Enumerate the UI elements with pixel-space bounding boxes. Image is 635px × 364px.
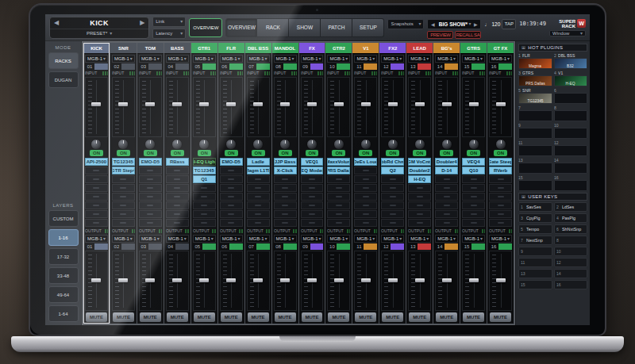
channel-strip-dblbss[interactable]: DBL BSS MGB-1▾ 07 INPUT ON LadleMagm L1T… [245,43,271,324]
plugin-slot[interactable] [139,175,162,183]
plugin-slot[interactable] [139,167,162,174]
tab-setup[interactable]: SETUP [352,18,384,37]
plugin-slot[interactable] [166,210,189,218]
latency-dropdown[interactable]: Latency ▾ [152,29,186,39]
channel-strip-fx2[interactable]: FX2 MGB-1▾ 12 INPUT ON AbbRd ChmbQ2 OUTP… [379,43,406,324]
plugin-slot[interactable]: Doubler4 [435,158,458,166]
prev-snapshot-button[interactable]: ◀ [428,21,437,27]
plugin-slot[interactable] [462,210,485,218]
on-button[interactable]: ON [144,150,157,156]
plugin-slot[interactable] [166,167,189,174]
plugin-slot[interactable] [354,201,377,209]
plugin-slot[interactable] [408,210,431,218]
plugin-slot[interactable]: API-2500 [85,158,108,166]
plugin-slot[interactable] [274,193,297,201]
layer-custom[interactable]: CUSTOM [48,210,79,227]
input-fader[interactable] [247,77,270,137]
input-device-select[interactable]: MGB-1▾ [247,55,270,63]
plugin-slot[interactable] [166,219,189,227]
output-device-select[interactable]: MGB-1▾ [85,235,108,243]
plugin-slot[interactable] [435,210,458,218]
channel-name[interactable]: TOM [137,43,164,54]
input-device-select[interactable]: MGB-1▾ [354,55,377,63]
channel-strip-mandol[interactable]: MANDOL MGB-1▾ 08 INPUT ON JJP BassX-Clic… [272,43,298,324]
gain-knob[interactable] [306,139,318,150]
user-key-14[interactable]: 14 [554,269,588,278]
plugin-slot[interactable] [247,219,270,227]
plugin-slot[interactable] [139,219,162,227]
hot-plugin-slot-13[interactable]: 13 [518,158,552,174]
channel-strip-lead[interactable]: LEAD MGB-1▾ 13 INPUT ON GM VoCntrDoubler… [406,43,433,324]
next-snapshot-button[interactable]: ▶ [471,21,480,27]
gain-knob[interactable] [198,139,210,150]
on-button[interactable]: ON [413,150,426,156]
output-device-select[interactable]: MGB-1▾ [220,235,243,243]
channel-strip-kick[interactable]: KICK MGB-1▾ 01 INPUT ON API-2500 OUTPUT … [83,43,110,324]
mute-button[interactable]: MUTE [436,312,457,322]
plugin-slot[interactable] [354,167,377,174]
plugin-slot[interactable] [220,193,243,201]
channel-name[interactable]: BG's [433,43,460,54]
plugin-slot[interactable] [489,184,512,192]
plugin-slot[interactable] [462,175,485,183]
hot-plugin-slot-7[interactable]: 7 [518,105,552,121]
on-button[interactable]: ON [386,150,399,156]
snapshots-dropdown[interactable]: Snapshots ▾ [387,19,424,29]
plugin-slot[interactable] [435,193,458,201]
hot-plugin-slot-3[interactable]: 3 GTRS PRS Dallas [518,71,552,86]
plugin-slot[interactable]: VEQ1 [301,158,324,166]
window-dropdown[interactable]: Window ▾ [549,30,586,36]
input-device-select[interactable]: MGB-1▾ [139,55,162,63]
output-fader[interactable] [435,251,458,311]
output-fader[interactable] [301,251,324,311]
output-fader[interactable] [193,251,216,311]
plugin-slot[interactable] [193,219,216,227]
input-device-select[interactable]: MGB-1▾ [327,55,350,63]
plugin-slot[interactable] [301,210,324,218]
plugin-slot[interactable] [139,210,162,218]
input-fader[interactable] [327,77,350,137]
input-fader[interactable] [85,77,108,137]
input-fader[interactable] [301,77,324,137]
channel-name[interactable]: GTR1 [191,43,217,54]
plugin-slot[interactable] [408,219,431,227]
plugin-slot[interactable] [327,219,350,227]
layer-49-64[interactable]: 49-64 [48,286,79,303]
hot-plugin-slot-4[interactable]: 4 V1 H-EQ [554,71,588,86]
channel-strip-gtrs[interactable]: GTRS MGB-1▾ 15 INPUT ON VEQ4Q10 OUTPUT M… [460,43,487,324]
hot-plugin-slot-6[interactable]: 6 [554,88,588,104]
tab-patch[interactable]: PATCH [321,18,352,37]
user-key-7[interactable]: 7 NextSnp [518,236,552,245]
plugin-slot[interactable] [112,201,135,209]
plugin-slot[interactable] [220,201,243,209]
plugin-slot[interactable] [85,193,108,201]
hot-plugin-slot-1[interactable]: 1 FLR Magma [518,53,552,69]
input-device-select[interactable]: MGB-1▾ [274,55,297,63]
plugin-slot[interactable] [247,193,270,201]
plugin-slot[interactable]: Magm L1Tb [247,167,270,174]
user-key-9[interactable]: 9 [518,247,552,256]
input-device-select[interactable]: MGB-1▾ [220,55,243,63]
input-fader[interactable] [274,77,297,137]
user-key-4[interactable]: 4 PasPlg [554,213,588,223]
gain-knob[interactable] [414,139,425,150]
output-fader[interactable] [489,251,512,311]
gain-knob[interactable] [495,139,506,150]
channel-name[interactable]: FX [299,43,325,54]
gain-knob[interactable] [441,139,452,150]
plugin-slot[interactable] [462,201,485,209]
tab-show[interactable]: SHOW [289,18,321,37]
plugin-slot[interactable]: Q1 [193,175,216,183]
on-button[interactable]: ON [494,150,507,156]
input-device-select[interactable]: MGB-1▾ [408,55,431,63]
input-fader[interactable] [193,77,216,137]
plugin-slot[interactable] [489,201,512,209]
on-button[interactable]: ON [440,150,453,156]
on-button[interactable]: ON [117,150,130,156]
mute-button[interactable]: MUTE [490,312,511,322]
output-device-select[interactable]: MGB-1▾ [274,235,297,243]
plugin-slot[interactable]: EMO-D5 [220,158,243,166]
user-key-13[interactable]: 13 [518,269,552,278]
gain-knob[interactable] [333,139,344,150]
plugin-slot[interactable] [220,219,243,227]
